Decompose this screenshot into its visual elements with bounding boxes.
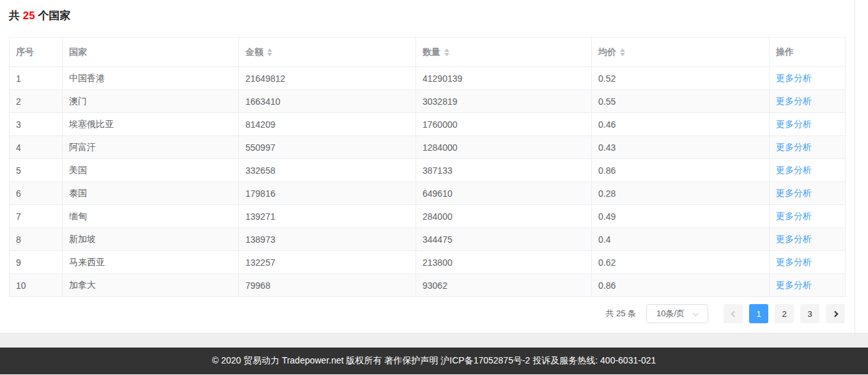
more-analysis-link[interactable]: 更多分析 <box>776 96 812 106</box>
more-analysis-link[interactable]: 更多分析 <box>776 280 812 290</box>
cell-avg_price: 0.86 <box>592 274 770 297</box>
cell-action: 更多分析 <box>770 67 846 90</box>
content-area: 共 25 个国家 序号国家金额数量均价操作 1中国香港2164981241290… <box>0 0 868 333</box>
cell-avg_price: 0.52 <box>592 67 770 90</box>
cell-avg_price: 0.46 <box>592 113 770 136</box>
more-analysis-link[interactable]: 更多分析 <box>776 142 812 152</box>
footer: © 2020 贸易动力 Tradepower.net 版权所有 著作保护声明 沪… <box>0 348 868 374</box>
table-row: 3埃塞俄比亚81420917600000.46更多分析 <box>10 113 846 136</box>
cell-quantity: 387133 <box>416 159 592 182</box>
chevron-down-icon <box>693 310 699 316</box>
page-size-select[interactable]: 10条/页 <box>646 304 708 323</box>
page-button-1[interactable]: 1 <box>749 304 768 323</box>
cell-quantity: 284000 <box>416 205 592 228</box>
cell-quantity: 3032819 <box>416 90 592 113</box>
cell-amount: 332658 <box>239 159 416 182</box>
cell-index: 7 <box>10 205 63 228</box>
table-row: 10加拿大79968930620.86更多分析 <box>10 274 846 297</box>
cell-index: 1 <box>10 67 63 90</box>
cell-country: 阿富汗 <box>63 136 239 159</box>
column-header-index: 序号 <box>10 38 63 67</box>
cell-action: 更多分析 <box>770 136 846 159</box>
content-right-divider <box>855 0 855 334</box>
table-row: 2澳门166341030328190.55更多分析 <box>10 90 846 113</box>
cell-action: 更多分析 <box>770 159 846 182</box>
sort-caret-icon[interactable] <box>444 49 449 56</box>
cell-country: 中国香港 <box>63 67 239 90</box>
cell-avg_price: 0.49 <box>592 205 770 228</box>
cell-action: 更多分析 <box>770 182 846 205</box>
page-button-2[interactable]: 2 <box>775 304 794 323</box>
cell-country: 澳门 <box>63 90 239 113</box>
title-suffix: 个国家 <box>35 10 71 22</box>
cell-index: 3 <box>10 113 63 136</box>
cell-amount: 550997 <box>239 136 416 159</box>
cell-amount: 179816 <box>239 182 416 205</box>
cell-action: 更多分析 <box>770 251 846 274</box>
cell-country: 加拿大 <box>63 274 239 297</box>
cell-country: 新加坡 <box>63 228 239 251</box>
cell-amount: 1663410 <box>239 90 416 113</box>
cell-action: 更多分析 <box>770 274 846 297</box>
pagination-total: 共 25 条 <box>605 308 636 319</box>
cell-index: 5 <box>10 159 63 182</box>
cell-index: 8 <box>10 228 63 251</box>
chevron-right-icon <box>832 310 838 317</box>
cell-quantity: 344475 <box>416 228 592 251</box>
more-analysis-link[interactable]: 更多分析 <box>776 188 812 198</box>
cell-index: 9 <box>10 251 63 274</box>
sort-caret-icon[interactable] <box>267 49 272 56</box>
page-button-3[interactable]: 3 <box>800 304 819 323</box>
more-analysis-link[interactable]: 更多分析 <box>776 119 812 129</box>
column-label: 均价 <box>598 47 616 57</box>
cell-quantity: 1284000 <box>416 136 592 159</box>
more-analysis-link[interactable]: 更多分析 <box>776 73 812 83</box>
cell-country: 马来西亚 <box>63 251 239 274</box>
table-row: 7缅甸1392712840000.49更多分析 <box>10 205 846 228</box>
more-analysis-link[interactable]: 更多分析 <box>776 165 812 175</box>
column-label: 数量 <box>422 47 440 57</box>
column-header-avg_price[interactable]: 均价 <box>592 38 770 67</box>
cell-avg_price: 0.86 <box>592 159 770 182</box>
table-row: 9马来西亚1322572138000.62更多分析 <box>10 251 846 274</box>
table-row: 4阿富汗55099712840000.43更多分析 <box>10 136 846 159</box>
column-header-quantity[interactable]: 数量 <box>416 38 592 67</box>
column-label: 操作 <box>776 47 794 57</box>
page-size-label: 10条/页 <box>656 308 685 319</box>
cell-amount: 138973 <box>239 228 416 251</box>
cell-quantity: 93062 <box>416 274 592 297</box>
cell-avg_price: 0.28 <box>592 182 770 205</box>
cell-quantity: 1760000 <box>416 113 592 136</box>
table-row: 1中国香港21649812412901390.52更多分析 <box>10 67 846 90</box>
more-analysis-link[interactable]: 更多分析 <box>776 257 812 267</box>
table-header-row: 序号国家金额数量均价操作 <box>10 38 846 67</box>
footer-text: © 2020 贸易动力 Tradepower.net 版权所有 著作保护声明 沪… <box>212 355 656 367</box>
cell-amount: 132257 <box>239 251 416 274</box>
column-header-amount[interactable]: 金额 <box>239 38 416 67</box>
cell-action: 更多分析 <box>770 90 846 113</box>
chevron-left-icon <box>731 310 737 317</box>
more-analysis-link[interactable]: 更多分析 <box>776 211 812 221</box>
cell-country: 缅甸 <box>63 205 239 228</box>
more-analysis-link[interactable]: 更多分析 <box>776 234 812 244</box>
column-header-country: 国家 <box>63 38 239 67</box>
countries-table: 序号国家金额数量均价操作 1中国香港21649812412901390.52更多… <box>9 37 846 297</box>
cell-index: 4 <box>10 136 63 159</box>
cell-index: 2 <box>10 90 63 113</box>
title-prefix: 共 <box>9 10 23 22</box>
cell-amount: 814209 <box>239 113 416 136</box>
column-label: 金额 <box>245 47 263 57</box>
pagination: 共 25 条 10条/页 123 <box>9 304 845 323</box>
cell-index: 10 <box>10 274 63 297</box>
cell-action: 更多分析 <box>770 205 846 228</box>
prev-page-button[interactable] <box>724 304 743 323</box>
table-row: 8新加坡1389733444750.4更多分析 <box>10 228 846 251</box>
cell-avg_price: 0.62 <box>592 251 770 274</box>
table-row: 5美国3326583871330.86更多分析 <box>10 159 846 182</box>
column-header-action: 操作 <box>770 38 846 67</box>
sort-caret-icon[interactable] <box>620 49 625 56</box>
table-row: 6泰国1798166496100.28更多分析 <box>10 182 846 205</box>
cell-quantity: 41290139 <box>416 67 592 90</box>
page-title: 共 25 个国家 <box>9 0 868 22</box>
next-page-button[interactable] <box>826 304 845 323</box>
